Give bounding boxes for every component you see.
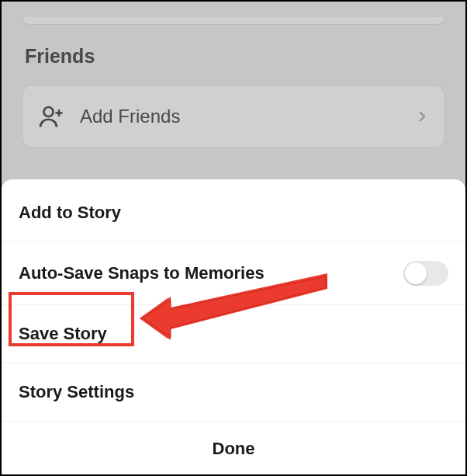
toggle-knob [405,262,427,284]
done-label: Done [213,439,255,458]
action-sheet: Add to Story Auto-Save Snaps to Memories… [2,179,465,474]
auto-save-toggle[interactable] [403,261,448,286]
sheet-item-label: Auto-Save Snaps to Memories [19,263,265,283]
sheet-item-label: Save Story [19,324,107,344]
sheet-item-label: Story Settings [19,382,134,402]
done-button[interactable]: Done [2,422,465,474]
sheet-item-auto-save[interactable]: Auto-Save Snaps to Memories [2,242,465,305]
sheet-item-add-to-story[interactable]: Add to Story [2,179,465,242]
sheet-item-story-settings[interactable]: Story Settings [2,363,465,422]
sheet-item-save-story[interactable]: Save Story [2,305,465,363]
sheet-item-label: Add to Story [19,203,121,223]
